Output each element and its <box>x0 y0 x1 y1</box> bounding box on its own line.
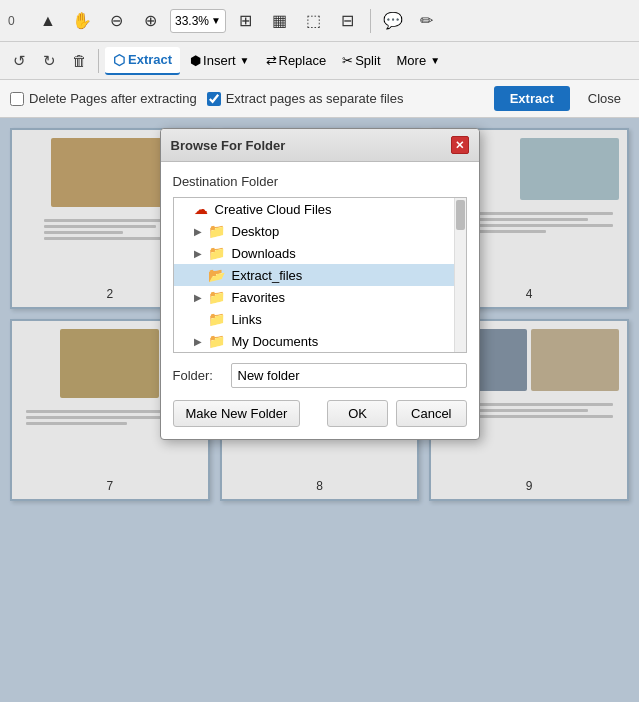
tree-item-favorites[interactable]: ▶ 📁 Favorites <box>174 286 454 308</box>
tree-label-favorites: Favorites <box>232 290 285 305</box>
form-tool[interactable]: ⊟ <box>334 7 362 35</box>
cancel-button[interactable]: Cancel <box>396 400 466 427</box>
tree-arrow-downloads: ▶ <box>194 248 204 259</box>
folder-icon-desktop: 📁 <box>208 223 225 239</box>
layout-tool[interactable]: ▦ <box>266 7 294 35</box>
tree-item-extract-files[interactable]: 📂 Extract_files <box>174 264 454 286</box>
cursor-tool[interactable]: ▲ <box>34 7 62 35</box>
zoom-dropdown-arrow[interactable]: ▼ <box>211 15 221 26</box>
dialog-close-button[interactable]: ✕ <box>451 136 469 154</box>
extract-tab[interactable]: ⬡ Extract <box>105 47 180 75</box>
more-dropdown[interactable]: More ▼ <box>391 47 447 75</box>
cc-icon: ☁ <box>194 201 208 217</box>
more-arrow: ▼ <box>430 55 440 66</box>
tree-label-desktop: Desktop <box>232 224 280 239</box>
insert-arrow: ▼ <box>240 55 250 66</box>
tree-item-my-documents[interactable]: ▶ 📁 My Documents <box>174 330 454 352</box>
extract-icon: ⬡ <box>113 52 125 68</box>
folder-icon-favorites: 📁 <box>208 289 225 305</box>
dialog-titlebar: Browse For Folder ✕ <box>161 129 479 162</box>
extract-separate-checkbox[interactable] <box>207 92 221 106</box>
sign-tool[interactable]: ✏ <box>413 7 441 35</box>
zoom-selector[interactable]: 33.3% ▼ <box>170 9 226 33</box>
ok-button[interactable]: OK <box>327 400 388 427</box>
folder-icon-downloads: 📁 <box>208 245 225 261</box>
folder-input-row: Folder: New folder <box>173 363 467 388</box>
tree-item-links[interactable]: 📁 Links <box>174 308 454 330</box>
dialog-title: Browse For Folder <box>171 138 286 153</box>
delete-pages-label: Delete Pages after extracting <box>29 91 197 106</box>
page-number-display: 0 <box>8 14 28 28</box>
tree-label-cc: Creative Cloud Files <box>215 202 332 217</box>
folder-input[interactable]: New folder <box>231 363 467 388</box>
split-dropdown[interactable]: ✂ Split <box>336 47 386 75</box>
split-label: Split <box>355 53 380 68</box>
undo-button[interactable]: ↺ <box>6 48 32 74</box>
tree-label-links: Links <box>232 312 262 327</box>
toolbar-top: 0 ▲ ✋ ⊖ ⊕ 33.3% ▼ ⊞ ▦ ⬚ ⊟ 💬 ✏ <box>0 0 639 42</box>
separator2 <box>98 49 99 73</box>
tree-arrow-favorites: ▶ <box>194 292 204 303</box>
insert-dropdown[interactable]: ⬢ Insert ▼ <box>184 47 255 75</box>
tree-arrow-my-documents: ▶ <box>194 336 204 347</box>
make-new-folder-button[interactable]: Make New Folder <box>173 400 301 427</box>
main-content-area: 2 3 4 <box>0 118 639 702</box>
tree-item-desktop[interactable]: ▶ 📁 Desktop <box>174 220 454 242</box>
folder-icon-links: 📁 <box>208 311 225 327</box>
toolbar-second: ↺ ↻ 🗑 ⬡ Extract ⬢ Insert ▼ ⇄ Replace ✂ S… <box>0 42 639 80</box>
tree-label-downloads: Downloads <box>232 246 296 261</box>
extract-label: Extract <box>128 52 172 67</box>
delete-pages-checkbox-label[interactable]: Delete Pages after extracting <box>10 91 197 106</box>
comment-tool[interactable]: 💬 <box>379 7 407 35</box>
more-label: More <box>397 53 427 68</box>
tree-scrollbar[interactable] <box>454 198 466 352</box>
crop-tool[interactable]: ⊞ <box>232 7 260 35</box>
dialog-buttons: Make New Folder OK Cancel <box>173 400 467 427</box>
folder-tree-container: ☁ Creative Cloud Files ▶ 📁 Desktop ▶ <box>173 197 467 353</box>
fullscreen-tool[interactable]: ⬚ <box>300 7 328 35</box>
tree-item-downloads[interactable]: ▶ 📁 Downloads <box>174 242 454 264</box>
replace-label: Replace <box>279 53 327 68</box>
redo-button[interactable]: ↻ <box>36 48 62 74</box>
replace-dropdown[interactable]: ⇄ Replace <box>260 47 333 75</box>
folder-tree[interactable]: ☁ Creative Cloud Files ▶ 📁 Desktop ▶ <box>174 198 454 352</box>
hand-tool[interactable]: ✋ <box>68 7 96 35</box>
dialog-body: Destination Folder ☁ Creative Cloud File… <box>161 162 479 439</box>
zoom-out-tool[interactable]: ⊖ <box>102 7 130 35</box>
destination-folder-label: Destination Folder <box>173 174 467 189</box>
folder-icon-extract: 📂 <box>208 267 225 283</box>
extract-separate-label: Extract pages as separate files <box>226 91 404 106</box>
zoom-value: 33.3% <box>175 14 209 28</box>
insert-icon: ⬢ <box>190 53 201 68</box>
close-extract-button[interactable]: Close <box>580 86 629 111</box>
replace-icon: ⇄ <box>266 53 277 68</box>
tree-label-my-documents: My Documents <box>232 334 319 349</box>
toolbar-extract: Delete Pages after extracting Extract pa… <box>0 80 639 118</box>
insert-label: Insert <box>203 53 236 68</box>
delete-pages-checkbox[interactable] <box>10 92 24 106</box>
folder-input-label: Folder: <box>173 368 223 383</box>
dialog-overlay: Browse For Folder ✕ Destination Folder ☁… <box>0 118 639 702</box>
extract-button[interactable]: Extract <box>494 86 570 111</box>
separator1 <box>370 9 371 33</box>
split-icon: ✂ <box>342 53 353 68</box>
tree-item-cc-files[interactable]: ☁ Creative Cloud Files <box>174 198 454 220</box>
folder-icon-my-documents: 📁 <box>208 333 225 349</box>
zoom-in-tool[interactable]: ⊕ <box>136 7 164 35</box>
tree-label-extract: Extract_files <box>232 268 303 283</box>
extract-separate-checkbox-label[interactable]: Extract pages as separate files <box>207 91 404 106</box>
browse-for-folder-dialog: Browse For Folder ✕ Destination Folder ☁… <box>160 128 480 440</box>
delete-button[interactable]: 🗑 <box>66 48 92 74</box>
tree-arrow-desktop: ▶ <box>194 226 204 237</box>
